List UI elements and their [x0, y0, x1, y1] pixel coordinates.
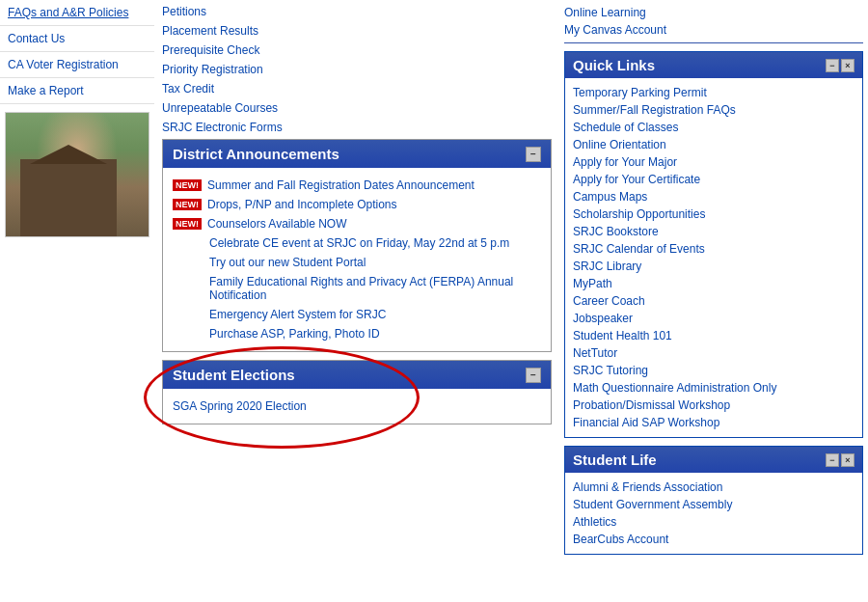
quick-link[interactable]: Career Coach [573, 292, 854, 310]
announcement-item: Purchase ASP, Parking, Photo ID [173, 324, 541, 343]
sidebar-nav-link[interactable]: FAQs and A&R Policies [0, 0, 154, 26]
new-badge: NEW! [173, 218, 202, 230]
sidebar-image [5, 112, 149, 237]
quick-link[interactable]: Apply for Your Major [573, 153, 854, 171]
announcement-link[interactable]: Counselors Available NOW [207, 217, 347, 231]
quick-link[interactable]: Schedule of Classes [573, 119, 854, 136]
top-links-section: PetitionsPlacement ResultsPrerequisite C… [162, 0, 552, 139]
quick-links-body: Temporary Parking PermitSummer/Fall Regi… [565, 78, 862, 437]
top-link[interactable]: Unrepeatable Courses [162, 98, 552, 118]
section-divider [564, 42, 863, 43]
announcement-link[interactable]: Summer and Fall Registration Dates Annou… [207, 178, 475, 192]
quick-links-minimize-btn[interactable]: − [826, 59, 839, 72]
announcement-item: Emergency Alert System for SRJC [173, 305, 541, 324]
student-life-minimize-btn[interactable]: − [826, 453, 839, 467]
quick-link[interactable]: SRJC Calendar of Events [573, 240, 854, 258]
announcement-item: NEW!Counselors Available NOW [173, 214, 541, 233]
online-learning-link[interactable]: My Canvas Account [564, 21, 863, 39]
student-life-link[interactable]: Alumni & Friends Association [573, 479, 854, 496]
online-learning-link[interactable]: Online Learning [564, 4, 863, 21]
announcement-item: Try out our new Student Portal [173, 253, 541, 272]
quick-link[interactable]: Campus Maps [573, 188, 854, 205]
left-sidebar: FAQs and A&R PoliciesContact UsCA Voter … [0, 0, 154, 602]
quick-links-panel: Quick Links − × Temporary Parking Permit… [564, 51, 863, 438]
top-link[interactable]: Priority Registration [162, 60, 552, 79]
announcement-link[interactable]: Emergency Alert System for SRJC [209, 308, 386, 321]
quick-link[interactable]: Online Orientation [573, 136, 854, 153]
election-link[interactable]: SGA Spring 2020 Election [173, 397, 541, 416]
district-announcements-controls: − [526, 147, 541, 162]
announcement-item: NEW!Drops, P/NP and Incomplete Options [173, 195, 541, 214]
student-life-title: Student Life [573, 452, 657, 468]
student-elections-title: Student Elections [173, 367, 295, 383]
quick-link[interactable]: Probation/Dismissal Workshop [573, 397, 854, 414]
student-elections-body: SGA Spring 2020 Election [163, 389, 551, 424]
quick-links-close-btn[interactable]: × [841, 59, 854, 72]
quick-link[interactable]: Student Health 101 [573, 327, 854, 344]
announcement-item: Family Educational Rights and Privacy Ac… [173, 272, 541, 305]
student-life-close-btn[interactable]: × [841, 453, 854, 467]
quick-link[interactable]: Scholarship Opportunities [573, 205, 854, 223]
quick-link[interactable]: SRJC Library [573, 258, 854, 275]
new-badge: NEW! [173, 199, 202, 210]
sidebar-nav-link[interactable]: Contact Us [0, 26, 154, 52]
district-announcements-panel: District Announcements − NEW!Summer and … [162, 139, 552, 352]
quick-link[interactable]: MyPath [573, 275, 854, 292]
student-life-panel: Student Life − × Alumni & Friends Associ… [564, 446, 863, 555]
quick-links-header: Quick Links − × [565, 52, 862, 78]
student-life-controls: − × [826, 453, 854, 467]
announcement-link[interactable]: Celebrate CE event at SRJC on Friday, Ma… [209, 236, 509, 250]
quick-link[interactable]: SRJC Bookstore [573, 223, 854, 240]
quick-links-title: Quick Links [573, 57, 655, 73]
district-announcements-header: District Announcements − [163, 140, 551, 168]
online-learning-section: Online LearningMy Canvas Account [564, 0, 863, 51]
quick-links-controls: − × [826, 59, 854, 72]
main-content: PetitionsPlacement ResultsPrerequisite C… [154, 0, 559, 602]
announcement-item: Celebrate CE event at SRJC on Friday, Ma… [173, 233, 541, 253]
sidebar-nav-link[interactable]: CA Voter Registration [0, 52, 154, 78]
announcement-link[interactable]: Try out our new Student Portal [209, 256, 366, 269]
top-link[interactable]: SRJC Electronic Forms [162, 118, 552, 137]
quick-link[interactable]: Math Questionnaire Administration Only [573, 379, 854, 397]
elections-minimize-btn[interactable]: − [526, 368, 541, 383]
top-link[interactable]: Prerequisite Check [162, 41, 552, 60]
new-badge: NEW! [173, 179, 202, 191]
announcement-link[interactable]: Family Educational Rights and Privacy Ac… [209, 275, 541, 302]
sidebar-nav-link[interactable]: Make a Report [0, 78, 154, 104]
quick-link[interactable]: Temporary Parking Permit [573, 84, 854, 101]
announcement-item: NEW!Summer and Fall Registration Dates A… [173, 176, 541, 195]
top-link[interactable]: Petitions [162, 2, 552, 21]
quick-link[interactable]: Summer/Fall Registration FAQs [573, 101, 854, 119]
quick-link[interactable]: Jobspeaker [573, 310, 854, 327]
student-life-body: Alumni & Friends AssociationStudent Gove… [565, 473, 862, 554]
student-life-link[interactable]: Student Government Assembly [573, 496, 854, 513]
district-minimize-btn[interactable]: − [526, 147, 541, 162]
quick-link[interactable]: SRJC Tutoring [573, 362, 854, 379]
quick-link[interactable]: Financial Aid SAP Workshop [573, 414, 854, 431]
student-elections-controls: − [526, 368, 541, 383]
right-sidebar: Online LearningMy Canvas Account Quick L… [559, 0, 868, 602]
top-link[interactable]: Placement Results [162, 21, 552, 41]
district-announcements-body: NEW!Summer and Fall Registration Dates A… [163, 168, 551, 351]
announcement-link[interactable]: Drops, P/NP and Incomplete Options [207, 198, 397, 211]
announcement-link[interactable]: Purchase ASP, Parking, Photo ID [209, 327, 380, 341]
top-link[interactable]: Tax Credit [162, 79, 552, 98]
student-life-link[interactable]: BearCubs Account [573, 531, 854, 548]
quick-link[interactable]: NetTutor [573, 344, 854, 362]
student-life-link[interactable]: Athletics [573, 513, 854, 531]
student-elections-panel: Student Elections − SGA Spring 2020 Elec… [162, 360, 552, 424]
district-announcements-title: District Announcements [173, 146, 339, 162]
student-elections-header: Student Elections − [163, 361, 551, 389]
student-life-header: Student Life − × [565, 447, 862, 473]
quick-link[interactable]: Apply for Your Certificate [573, 171, 854, 188]
